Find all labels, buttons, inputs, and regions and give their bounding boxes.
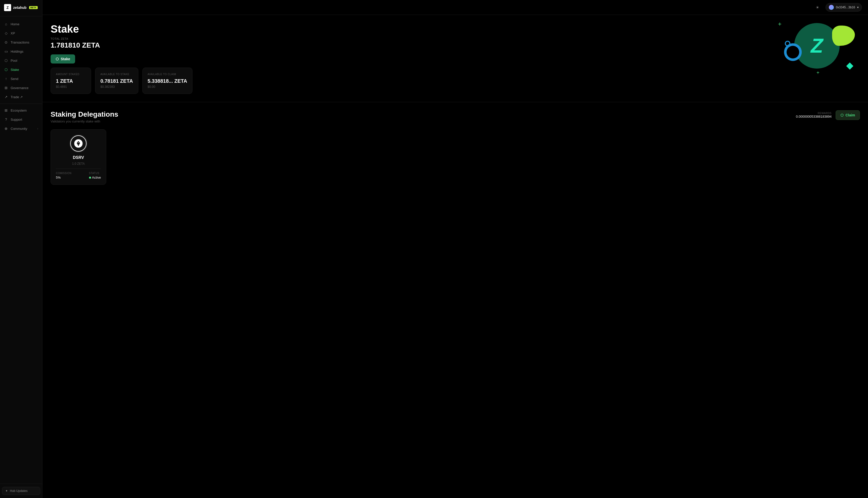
- validator-name: DSRV: [73, 155, 84, 160]
- governance-icon: ⊞: [4, 86, 8, 90]
- stat-value-available-claim: 5.338818... ZETA: [148, 78, 187, 84]
- pool-icon: ⬡: [4, 58, 8, 63]
- wallet-chevron-icon: ▾: [857, 5, 859, 9]
- page-content: Stake TOTAL ZETA 1.781810 ZETA ⬡ Stake +…: [42, 15, 868, 193]
- validator-card[interactable]: DSRV 1.0 ZETA COMISSION 5% STATUS Active: [51, 129, 106, 185]
- validator-commission: COMISSION 5%: [56, 172, 71, 180]
- claim-label: Claim: [845, 113, 855, 117]
- sidebar-item-xp[interactable]: ◇ XP: [0, 29, 42, 38]
- rewards-info: REWARDS 0.000000053388183894: [796, 112, 831, 118]
- section-divider: [42, 102, 868, 102]
- stake-button-label: Stake: [61, 57, 70, 61]
- stat-usd-available-stake: $0.382383: [101, 85, 133, 89]
- sidebar-item-label: Stake: [11, 68, 19, 71]
- support-icon: ?: [4, 117, 8, 121]
- sidebar-item-holdings[interactable]: ▭ Holdings: [0, 47, 42, 56]
- sidebar-bottom: ✦ Hub Updates: [0, 484, 42, 498]
- logo-icon: Z: [4, 4, 11, 11]
- hero-section: Stake TOTAL ZETA 1.781810 ZETA ⬡ Stake +…: [51, 23, 860, 94]
- wallet-button[interactable]: 0x3345...3b16 ▾: [826, 3, 862, 12]
- sidebar-item-send[interactable]: ↑ Send: [0, 74, 42, 83]
- theme-toggle-button[interactable]: ☀: [813, 3, 822, 11]
- sidebar-item-label: Governance: [11, 86, 29, 90]
- home-icon: ⌂: [4, 22, 8, 26]
- hub-updates-label: Hub Updates: [10, 489, 28, 493]
- status-label: STATUS: [89, 172, 101, 174]
- rewards-area: REWARDS 0.000000053388183894 ⬡ Claim: [796, 110, 860, 120]
- hub-updates-icon: ✦: [5, 489, 8, 493]
- total-zeta-label: TOTAL ZETA: [51, 37, 860, 40]
- delegations-title: Staking Delegations: [51, 110, 118, 118]
- total-zeta-value: 1.781810 ZETA: [51, 41, 860, 49]
- hub-updates-button[interactable]: ✦ Hub Updates: [2, 487, 40, 495]
- community-chevron-icon: ›: [37, 127, 38, 130]
- sidebar-item-label: Send: [11, 77, 18, 81]
- sidebar-item-home[interactable]: ⌂ Home: [0, 19, 42, 29]
- sidebar-item-label: Support: [11, 118, 22, 121]
- delegations-header: Staking Delegations Validators you curre…: [51, 110, 860, 123]
- status-text: Active: [92, 175, 101, 180]
- validator-avatar: [69, 135, 87, 152]
- sidebar-item-governance[interactable]: ⊞ Governance: [0, 83, 42, 92]
- validators-grid: DSRV 1.0 ZETA COMISSION 5% STATUS Active: [51, 129, 860, 185]
- logo-text: zetahub: [13, 5, 27, 10]
- sidebar-item-label: Pool: [11, 59, 17, 63]
- page-title: Stake: [51, 23, 860, 35]
- validator-status: STATUS Active: [89, 172, 101, 180]
- delegations-title-area: Staking Delegations Validators you curre…: [51, 110, 118, 123]
- sidebar-item-label: Holdings: [11, 50, 24, 53]
- claim-button[interactable]: ⬡ Claim: [836, 110, 860, 120]
- community-icon: ⊕: [4, 127, 8, 131]
- rewards-value: 0.000000053388183894: [796, 115, 831, 118]
- beta-badge: BETA: [29, 6, 38, 9]
- sidebar-item-pool[interactable]: ⬡ Pool: [0, 56, 42, 65]
- sidebar-item-label: XP: [11, 31, 15, 35]
- sun-icon: ☀: [816, 5, 819, 10]
- sidebar-item-label: Community: [11, 127, 27, 131]
- status-dot: [89, 176, 91, 179]
- sidebar-nav: ⌂ Home ◇ XP ⊙ Transactions ▭ Holdings ⬡ …: [0, 16, 42, 484]
- sidebar-item-label: Trade ↗: [11, 95, 23, 99]
- commission-value: 5%: [56, 175, 71, 180]
- delegations-subtitle: Validators you currently stake with: [51, 119, 118, 123]
- sidebar-item-community[interactable]: ⊕ Community ›: [0, 124, 42, 133]
- sidebar-item-transactions[interactable]: ⊙ Transactions: [0, 38, 42, 47]
- stat-usd-available-claim: $0.00: [148, 85, 187, 89]
- hero-text: Stake TOTAL ZETA 1.781810 ZETA ⬡ Stake: [51, 23, 860, 64]
- stat-card-available-claim: AVAILABLE TO CLAIM 5.338818... ZETA $0.0…: [143, 68, 192, 94]
- stake-button[interactable]: ⬡ Stake: [51, 54, 75, 64]
- stat-value-amount-staked: 1 ZETA: [56, 78, 86, 84]
- validator-avatar-inner: [71, 136, 86, 151]
- commission-label: COMISSION: [56, 172, 71, 174]
- stake-button-icon: ⬡: [56, 57, 59, 61]
- claim-icon: ⬡: [840, 113, 843, 117]
- sidebar-item-stake[interactable]: ⬡ Stake: [0, 65, 42, 74]
- transactions-icon: ⊙: [4, 40, 8, 44]
- stat-label-amount-staked: AMOUNT STAKED: [56, 73, 86, 76]
- sidebar-item-support[interactable]: ? Support: [0, 115, 42, 124]
- stat-label-available-stake: AVAILABLE TO STAKE: [101, 73, 133, 76]
- stat-label-available-claim: AVAILABLE TO CLAIM: [148, 73, 187, 76]
- stats-row: AMOUNT STAKED 1 ZETA $0.4891 AVAILABLE T…: [51, 68, 860, 94]
- stat-value-available-stake: 0.78181 ZETA: [101, 78, 133, 84]
- sidebar-item-label: Transactions: [11, 40, 29, 44]
- validator-logo: [74, 139, 83, 148]
- stake-icon: ⬡: [4, 68, 8, 71]
- trade-icon: ↗: [4, 95, 8, 99]
- status-value: Active: [89, 175, 101, 180]
- logo-area: Z zetahub BETA: [0, 0, 42, 16]
- validator-meta: COMISSION 5% STATUS Active: [56, 172, 101, 180]
- stat-card-amount-staked: AMOUNT STAKED 1 ZETA $0.4891: [51, 68, 91, 94]
- sidebar-item-ecosystem[interactable]: ⊞ Ecosystem: [0, 106, 42, 115]
- sidebar: Z zetahub BETA ⌂ Home ◇ XP ⊙ Transaction…: [0, 0, 42, 498]
- wallet-avatar: [829, 5, 834, 10]
- holdings-icon: ▭: [4, 49, 8, 53]
- main-content: ☀ 0x3345...3b16 ▾ Stake TOTAL ZETA 1.781…: [42, 0, 868, 498]
- wallet-address-text: 0x3345...3b16: [836, 5, 855, 9]
- sidebar-item-label: Home: [11, 22, 19, 26]
- stat-usd-amount-staked: $0.4891: [56, 85, 86, 89]
- sidebar-item-trade[interactable]: ↗ Trade ↗: [0, 92, 42, 102]
- validator-amount: 1.0 ZETA: [72, 162, 85, 166]
- topbar: ☀ 0x3345...3b16 ▾: [42, 0, 868, 15]
- send-icon: ↑: [4, 77, 8, 81]
